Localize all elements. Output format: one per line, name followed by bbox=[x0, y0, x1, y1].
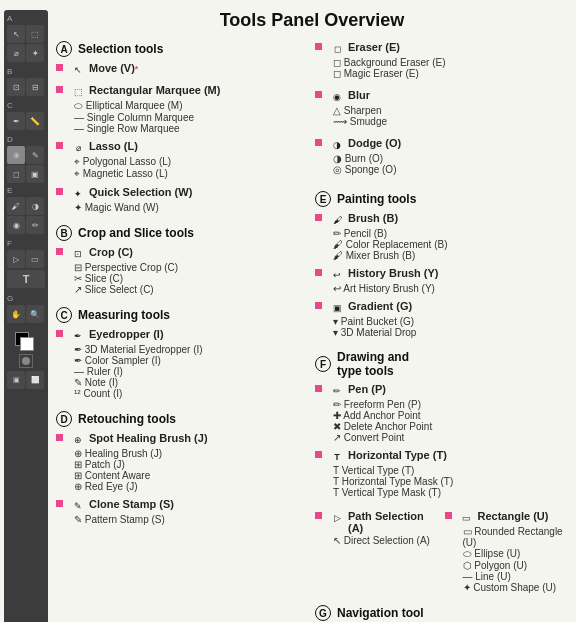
tool-vert-type-mask: T Vertical Type Mask (T) bbox=[315, 487, 568, 498]
toolbar-btn-path[interactable]: ▷ bbox=[7, 250, 25, 268]
tool-bg-eraser: ◻ Background Eraser (E) bbox=[315, 57, 568, 68]
section-g-title: Navigation tool bbox=[337, 606, 424, 620]
pink-dot-type bbox=[315, 451, 322, 458]
toolbar-btn-pen[interactable]: ✏ bbox=[26, 216, 44, 234]
tool-hist-brush-header: ↩ History Brush (Y) bbox=[315, 267, 568, 282]
section-crop: B Crop and Slice tools ⊡ Crop (C) ⊟ Pers… bbox=[56, 225, 309, 299]
eyedropper-icon: ✒ bbox=[71, 329, 85, 343]
toolbar-btn-select[interactable]: ⬚ bbox=[26, 25, 44, 43]
toolbar-btn-brush-paint[interactable]: 🖌 bbox=[7, 197, 25, 215]
tool-del-anchor: ✖ Delete Anchor Point bbox=[315, 421, 568, 432]
screen-mode-full[interactable]: ⬜ bbox=[26, 371, 44, 389]
tool-smudge: ⟿ Smudge bbox=[315, 116, 568, 127]
tool-dodge-header: ◑ Dodge (O) bbox=[315, 137, 568, 152]
section-a-header: A Selection tools bbox=[56, 41, 309, 57]
page-title: Tools Panel Overview bbox=[56, 10, 568, 31]
pink-dot-rect bbox=[445, 512, 452, 519]
tool-group-path-sel: ▷ Path Selection (A) ↖ Direct Selection … bbox=[315, 510, 439, 546]
section-eraser-group: ◻ Eraser (E) ◻ Background Eraser (E) ◻ M… bbox=[315, 41, 568, 179]
main-content: Tools Panel Overview A Selection tools ↖ bbox=[56, 10, 568, 622]
tool-mixer-brush: 🖌 Mixer Brush (B) bbox=[315, 250, 568, 261]
color-swatches[interactable] bbox=[15, 332, 37, 352]
pink-dot-lasso bbox=[56, 142, 63, 149]
tool-pen-label: Pen (P) bbox=[348, 383, 386, 395]
toolbar-btn-zoom[interactable]: 🔍 bbox=[26, 305, 44, 323]
tool-gradient-label: Gradient (G) bbox=[348, 300, 412, 312]
tool-group-brush: 🖌 Brush (B) ✏ Pencil (B) 🖌 Color Replace… bbox=[315, 212, 568, 261]
toolbar-label-f: F bbox=[7, 239, 12, 248]
section-retouching: D Retouching tools ⊕ Spot Healing Brush … bbox=[56, 411, 309, 529]
tool-clone-label: Clone Stamp (S) bbox=[89, 498, 174, 510]
toolbar-label-d: D bbox=[7, 135, 13, 144]
toolbar-btn-dodge[interactable]: ◑ bbox=[26, 197, 44, 215]
toolbar-divider-3 bbox=[7, 131, 45, 134]
path-sel-icon: ▷ bbox=[330, 511, 344, 525]
tool-group-eyedropper: ✒ Eyedropper (I) ✒ 3D Material Eyedroppe… bbox=[56, 328, 309, 399]
toolbar-btn-blur[interactable]: ◉ bbox=[7, 216, 25, 234]
section-f-header: F Drawing andtype tools bbox=[315, 350, 568, 378]
badge-e: E bbox=[315, 191, 331, 207]
gradient-icon: ▣ bbox=[330, 301, 344, 315]
toolbar-btn-eraser[interactable]: ◻ bbox=[7, 165, 25, 183]
toolbar-btn-hand[interactable]: ✋ bbox=[7, 305, 25, 323]
tool-single-row-marquee: — Single Row Marquee bbox=[56, 123, 309, 134]
toolbar-row-6: ◻ ▣ bbox=[7, 165, 45, 183]
col-left: A Selection tools ↖ Move (V)* bbox=[56, 41, 309, 529]
tool-rounded-rect: ▭ Rounded Rectangle (U) bbox=[445, 526, 569, 548]
pink-dot-marquee bbox=[56, 86, 63, 93]
tool-poly-lasso: ⌖ Polygonal Lasso (L) bbox=[56, 156, 309, 168]
blur-icon: ◉ bbox=[330, 90, 344, 104]
toolbar-btn-crop[interactable]: ⊡ bbox=[7, 78, 25, 96]
toolbar-btn-eyedropper[interactable]: ✒ bbox=[7, 112, 25, 130]
quick-mask-btn[interactable] bbox=[19, 354, 33, 368]
tool-content-aware: ⊞ Content Aware bbox=[56, 470, 309, 481]
section-selection: A Selection tools ↖ Move (V)* bbox=[56, 41, 309, 217]
toolbar-btn-type[interactable]: T bbox=[7, 270, 45, 288]
toolbar-btn-fill[interactable]: ▣ bbox=[26, 165, 44, 183]
tool-group-spot-heal: ⊕ Spot Healing Brush (J) ⊕ Healing Brush… bbox=[56, 432, 309, 492]
section-g-header: G Navigation tool bbox=[315, 605, 568, 621]
col-right: ◻ Eraser (E) ◻ Background Eraser (E) ◻ M… bbox=[315, 41, 568, 622]
toolbar-btn-clone[interactable]: ✎ bbox=[26, 146, 44, 164]
badge-c: C bbox=[56, 307, 72, 323]
tool-eyedropper-header: ✒ Eyedropper (I) bbox=[56, 328, 309, 343]
toolbar-row-1: ↖ ⬚ bbox=[7, 25, 45, 43]
pen-icon: ✏ bbox=[330, 384, 344, 398]
pink-dot-blur bbox=[315, 91, 322, 98]
tool-rect-header: ▭ Rectangle (U) bbox=[445, 510, 569, 525]
section-c-header: C Measuring tools bbox=[56, 307, 309, 323]
badge-f: F bbox=[315, 356, 331, 372]
tool-type-label: Horizontal Type (T) bbox=[348, 449, 447, 461]
tool-brush-label: Brush (B) bbox=[348, 212, 398, 224]
toolbar-divider-1 bbox=[7, 63, 45, 66]
rect-icon: ▭ bbox=[460, 511, 474, 525]
toolbar-row-4: ✒ 📏 bbox=[7, 112, 45, 130]
toolbar-divider-4 bbox=[7, 235, 45, 238]
toolbar-panel: A ↖ ⬚ ⌀ ✦ B ⊡ ⊟ C ✒ 📏 D bbox=[4, 10, 48, 622]
toolbar-label-g: G bbox=[7, 294, 13, 303]
section-b-title: Crop and Slice tools bbox=[78, 226, 194, 240]
toolbar-btn-slice[interactable]: ⊟ bbox=[26, 78, 44, 96]
badge-a: A bbox=[56, 41, 72, 57]
tool-group-history-brush: ↩ History Brush (Y) ↩ Art History Brush … bbox=[315, 267, 568, 294]
type-icon: T bbox=[330, 450, 344, 464]
tool-clone-header: ✎ Clone Stamp (S) bbox=[56, 498, 309, 513]
tool-paint-bucket: ▾ Paint Bucket (G) bbox=[315, 316, 568, 327]
toolbar-btn-lasso[interactable]: ⌀ bbox=[7, 44, 25, 62]
columns-container: A Selection tools ↖ Move (V)* bbox=[56, 41, 568, 622]
toolbar-btn-brush-heal[interactable]: ⊕ bbox=[7, 146, 25, 164]
toolbar-btn-move[interactable]: ↖ bbox=[7, 25, 25, 43]
toolbar-btn-shape[interactable]: ▭ bbox=[26, 250, 44, 268]
pink-dot-clone bbox=[56, 500, 63, 507]
tool-group-blur: ◉ Blur △ Sharpen ⟿ Smudge bbox=[315, 89, 568, 127]
section-measuring: C Measuring tools ✒ Eyedropper (I) ✒ 3D … bbox=[56, 307, 309, 403]
tool-quicksel-label: Quick Selection (W) bbox=[89, 186, 192, 198]
toolbar-btn-magic[interactable]: ✦ bbox=[26, 44, 44, 62]
tool-magic-eraser: ◻ Magic Eraser (E) bbox=[315, 68, 568, 79]
tool-3d-eyedropper: ✒ 3D Material Eyedropper (I) bbox=[56, 344, 309, 355]
tool-gradient-header: ▣ Gradient (G) bbox=[315, 300, 568, 315]
pink-dot-brush bbox=[315, 214, 322, 221]
toolbar-btn-ruler[interactable]: 📏 bbox=[26, 112, 44, 130]
tool-blur-label: Blur bbox=[348, 89, 370, 101]
screen-mode-normal[interactable]: ▣ bbox=[7, 371, 25, 389]
